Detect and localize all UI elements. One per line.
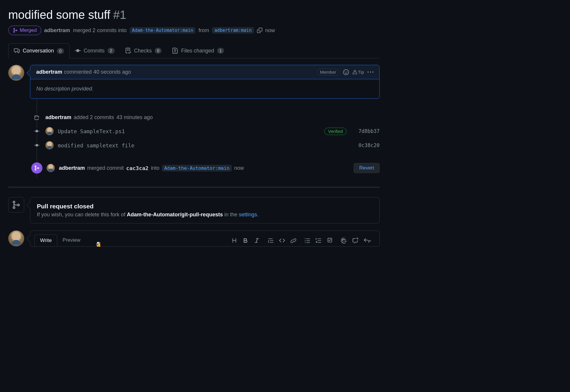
event-text: into — [151, 165, 159, 171]
comment-discussion-icon — [14, 48, 20, 54]
kebab-icon[interactable] — [368, 69, 373, 75]
merge-event: adbertram merged commit cac3ca2 into Ada… — [31, 161, 380, 175]
quote-icon[interactable] — [268, 238, 274, 243]
tab-counter: 0 — [155, 48, 162, 54]
git-commit-icon — [75, 48, 81, 54]
merged-status-badge: Merged — [8, 26, 41, 35]
tab-label: Conversation — [23, 48, 54, 54]
list-ordered-icon[interactable] — [316, 238, 322, 243]
tab-counter: 2 — [108, 48, 115, 54]
closed-text: If you wish, you can delete this fork of… — [37, 212, 373, 218]
closed-content: Pull request closed If you wish, you can… — [30, 197, 380, 223]
bold-icon[interactable] — [243, 238, 248, 243]
list-unordered-icon[interactable] — [304, 238, 310, 243]
event-user-link[interactable]: adbertram — [59, 165, 85, 171]
tab-counter: 0 — [57, 48, 64, 54]
markdown-toolbar — [231, 238, 375, 243]
pr-meta-text: from — [198, 27, 209, 34]
branch-label[interactable]: Adam-the-Automator:main — [162, 165, 232, 172]
heading-icon[interactable] — [231, 238, 237, 243]
repo-push-icon — [34, 114, 40, 121]
event-text: merged commit — [87, 165, 124, 171]
member-badge: Member — [317, 69, 340, 75]
pr-title-text: modified some stuff — [8, 8, 110, 22]
avatar[interactable] — [47, 164, 55, 172]
cross-reference-icon[interactable] — [352, 238, 358, 243]
file-diff-icon — [172, 48, 178, 54]
avatar[interactable] — [8, 65, 24, 81]
mouse-cursor: ☝ — [95, 242, 101, 247]
commit-row: modified sampletext file 0c38c20 — [34, 138, 380, 152]
event-time[interactable]: now — [234, 165, 244, 171]
commit-sha-link[interactable]: 7d8bb37 — [358, 128, 380, 134]
git-merge-icon — [8, 197, 24, 213]
revert-button[interactable]: Revert — [354, 163, 380, 173]
tip-button[interactable]: Tip — [352, 70, 364, 75]
new-comment-form: Write Preview — [8, 230, 380, 247]
avatar[interactable] — [8, 230, 24, 246]
tab-checks[interactable]: Checks 0 — [120, 43, 167, 58]
closed-title: Pull request closed — [37, 203, 373, 210]
commit-sha-link[interactable]: 0c38c20 — [358, 142, 380, 148]
pr-closed-box: Pull request closed If you wish, you can… — [8, 197, 380, 223]
checklist-icon — [125, 48, 131, 54]
discussion-timeline: adbertram commented 40 seconds ago Membe… — [8, 58, 380, 247]
git-merge-icon — [13, 28, 18, 33]
tab-conversation[interactable]: Conversation 0 — [8, 43, 70, 58]
event-text: added 2 commits — [74, 114, 114, 121]
avatar[interactable] — [45, 141, 54, 149]
pr-meta-row: Merged adbertram merged 2 commits into A… — [8, 26, 380, 35]
tab-label: Commits — [84, 48, 105, 54]
pr-merged-time: now — [265, 27, 275, 34]
verified-badge[interactable]: Verified — [324, 128, 347, 135]
git-merge-icon — [31, 162, 42, 174]
tip-label: Tip — [358, 70, 364, 75]
base-branch-label[interactable]: Adam-the-Automator:main — [130, 27, 196, 34]
head-branch-label[interactable]: adbertram:main — [212, 27, 254, 34]
pr-number: #1 — [113, 8, 126, 22]
pr-header: modified some stuff #1 Merged adbertram … — [8, 0, 380, 35]
tab-label: Checks — [134, 48, 152, 54]
push-event: adbertram added 2 commits 43 minutes ago — [34, 111, 380, 124]
link-icon[interactable] — [290, 238, 296, 243]
pr-tabnav: Conversation 0 Commits 2 Checks 0 Files … — [8, 43, 380, 58]
commit-message-link[interactable]: modified sampletext file — [58, 142, 134, 149]
mention-icon[interactable] — [341, 238, 347, 243]
avatar[interactable] — [45, 127, 54, 135]
comment-time[interactable]: 40 seconds ago — [93, 69, 131, 75]
italic-icon[interactable] — [254, 238, 260, 243]
event-time[interactable]: 43 minutes ago — [116, 114, 153, 121]
tab-label: Files changed — [181, 48, 214, 54]
comment-author-link[interactable]: adbertram — [36, 69, 62, 75]
tab-files-changed[interactable]: Files changed 1 — [167, 43, 229, 58]
copy-icon[interactable] — [257, 28, 262, 33]
code-icon[interactable] — [279, 238, 285, 243]
write-tab[interactable]: Write — [34, 234, 57, 246]
tab-commits[interactable]: Commits 2 — [70, 43, 120, 58]
event-user-link[interactable]: adbertram — [45, 114, 71, 121]
commit-row: Update SampleText.ps1 Verified 7d8bb37 — [34, 124, 380, 138]
repo-name: Adam-the-Automator/git-pull-requests — [127, 212, 223, 218]
divider — [8, 187, 380, 188]
comment-header: adbertram commented 40 seconds ago Membe… — [30, 65, 379, 79]
reply-icon[interactable] — [363, 238, 371, 243]
settings-link[interactable]: settings — [239, 212, 257, 218]
comment-box: adbertram commented 40 seconds ago Membe… — [30, 65, 380, 99]
preview-tab[interactable]: Preview — [57, 234, 85, 246]
git-commit-icon — [34, 143, 40, 148]
merged-status-text: Merged — [20, 27, 37, 33]
tab-counter: 1 — [217, 48, 224, 54]
merge-sha-link[interactable]: cac3ca2 — [126, 165, 149, 171]
tasklist-icon[interactable] — [327, 238, 333, 243]
comment-item: adbertram commented 40 seconds ago Membe… — [8, 65, 380, 99]
comment-action: commented — [64, 69, 92, 75]
comment-form-box: Write Preview — [30, 230, 380, 247]
commit-message-link[interactable]: Update SampleText.ps1 — [58, 128, 125, 134]
pr-title: modified some stuff #1 — [8, 8, 380, 22]
pr-meta-text: merged 2 commits into — [73, 27, 127, 34]
git-commit-icon — [34, 129, 40, 134]
comment-body: No description provided. — [30, 79, 379, 98]
pr-author-link[interactable]: adbertram — [44, 27, 70, 34]
warning-icon — [352, 70, 357, 75]
smiley-icon[interactable] — [343, 69, 349, 75]
